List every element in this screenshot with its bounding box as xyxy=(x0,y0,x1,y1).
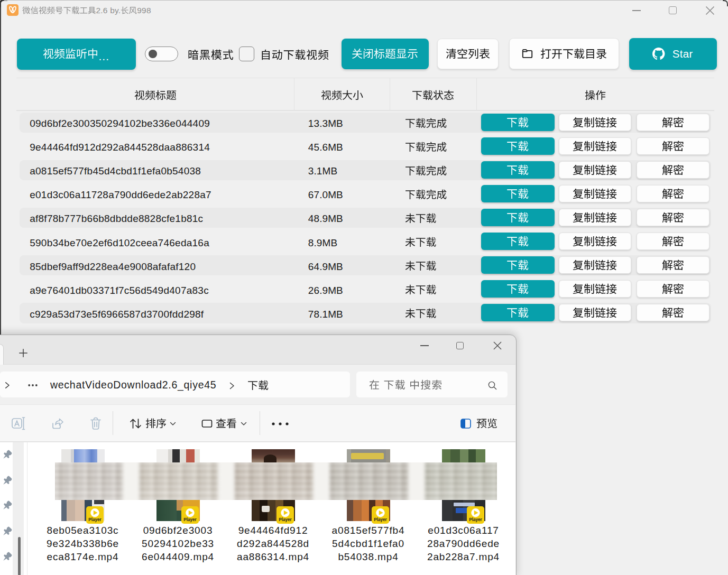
svg-text:Player: Player xyxy=(374,517,387,522)
svg-text:Player: Player xyxy=(183,517,197,522)
svg-text:Player: Player xyxy=(279,517,292,522)
svg-text:Player: Player xyxy=(88,517,102,522)
svg-text:Player: Player xyxy=(469,517,482,522)
